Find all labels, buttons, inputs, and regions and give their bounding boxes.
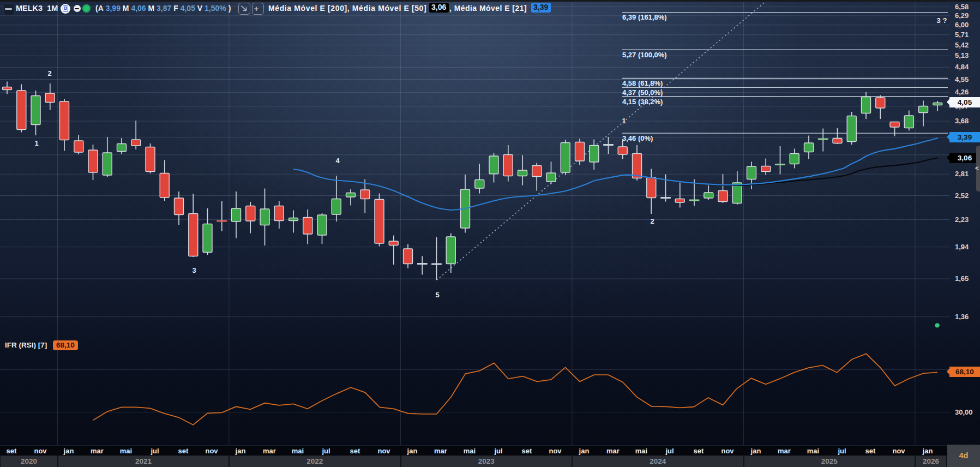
svg-text:3,46 (0%): 3,46 (0%) xyxy=(622,134,653,142)
svg-text:3 ?: 3 ? xyxy=(937,16,947,25)
svg-text:4,58 (61,8%): 4,58 (61,8%) xyxy=(622,79,663,87)
svg-text:2: 2 xyxy=(650,217,654,225)
svg-text:6,39 (161,8%): 6,39 (161,8%) xyxy=(622,13,667,21)
svg-text:1: 1 xyxy=(34,139,38,147)
svg-text:2: 2 xyxy=(47,69,51,77)
svg-text:1: 1 xyxy=(622,117,626,125)
svg-text:4: 4 xyxy=(335,157,340,165)
svg-text:5,27 (100,0%): 5,27 (100,0%) xyxy=(622,51,667,59)
svg-text:5: 5 xyxy=(435,291,439,299)
svg-text:4,37 (50,0%): 4,37 (50,0%) xyxy=(622,88,663,97)
svg-text:4,15 (38,2%): 4,15 (38,2%) xyxy=(622,98,663,106)
svg-text:3: 3 xyxy=(192,266,196,274)
